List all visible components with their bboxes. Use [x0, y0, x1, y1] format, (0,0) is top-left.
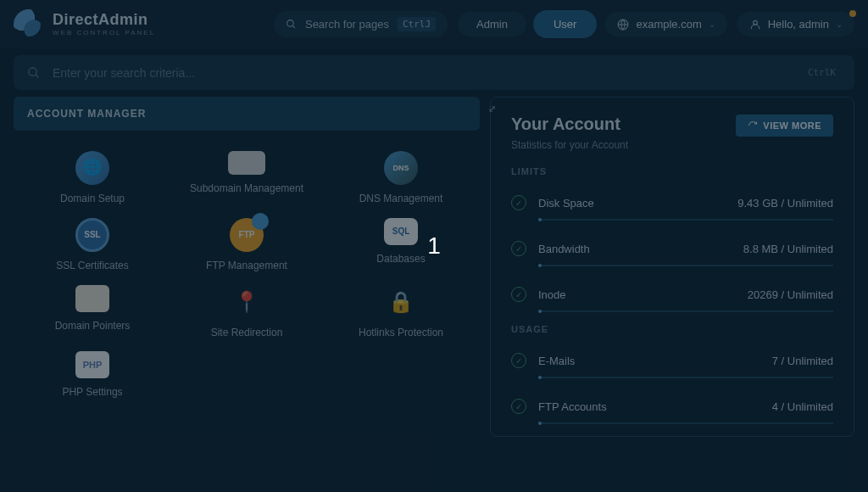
search-kbd: CtrlK — [803, 65, 841, 80]
progress-bar — [538, 310, 833, 312]
stat-name: Disk Space — [538, 197, 726, 210]
card-subtitle: Statistics for your Account — [511, 139, 628, 151]
card-title: Your Account — [511, 115, 628, 134]
item-databases[interactable]: SQL Databases — [329, 218, 473, 273]
stat-value: 20269 / Unlimited — [748, 288, 833, 301]
item-label: PHP Settings — [62, 385, 122, 400]
progress-bar — [538, 265, 833, 266]
search-bar[interactable]: CtrlK — [14, 55, 854, 90]
item-domain-setup[interactable]: 🌐 Domain Setup — [20, 151, 164, 206]
ftp-icon: FTP — [230, 218, 264, 252]
brand-title: DirectAdmin — [53, 12, 155, 27]
stat-value: 7 / Unlimited — [772, 355, 833, 367]
php-icon: PHP — [75, 351, 109, 378]
stat-row: ✓ Bandwidth 8.8 MB / Unlimited — [511, 232, 833, 260]
domain-label: example.com — [636, 18, 701, 31]
item-label: Site Redirection — [211, 326, 283, 340]
stat-name: E-Mails — [538, 355, 760, 367]
logo-icon — [14, 9, 44, 40]
stat-value: 9.43 GB / Unlimited — [737, 197, 833, 210]
search-pages-label: Search for pages — [305, 18, 389, 31]
notification-dot-icon — [849, 10, 856, 17]
item-label: Domain Pointers — [55, 319, 131, 333]
stat-name: FTP Accounts — [538, 400, 760, 413]
expand-icon[interactable]: ⤢ — [488, 103, 497, 115]
search-pages-kbd: CtrlJ — [398, 17, 436, 31]
section-title: ACCOUNT MANAGER — [27, 108, 146, 120]
hello-label: Hello, admin — [768, 18, 829, 31]
check-icon: ✓ — [511, 195, 526, 210]
stat-name: Inode — [538, 288, 736, 301]
item-hotlinks[interactable]: 🔒 Hotlinks Protection — [329, 285, 473, 340]
brand-subtitle: WEB CONTROL PANEL — [53, 30, 155, 36]
user-icon — [749, 19, 761, 31]
item-label: Hotlinks Protection — [359, 326, 443, 340]
search-icon — [27, 66, 41, 80]
item-label: FTP Management — [206, 259, 287, 273]
chevron-down-icon: ⌄ — [709, 20, 715, 29]
svg-point-4 — [753, 20, 757, 25]
search-pages-button[interactable]: Search for pages CtrlJ — [274, 11, 448, 37]
stat-value: 8.8 MB / Unlimited — [743, 243, 833, 255]
svg-line-6 — [36, 75, 38, 77]
item-label: Domain Setup — [60, 192, 125, 206]
database-icon: SQL — [384, 218, 418, 245]
item-ssl[interactable]: SSL SSL Certificates — [20, 218, 164, 273]
account-manager-panel: ACCOUNT MANAGER ⤢ 🌐 Domain Setup Subdoma… — [14, 97, 480, 437]
progress-bar — [538, 377, 833, 378]
svg-point-5 — [29, 68, 36, 75]
section-header[interactable]: ACCOUNT MANAGER ⤢ — [14, 97, 480, 131]
chevron-down-icon: ⌄ — [836, 20, 843, 29]
search-icon — [286, 19, 297, 30]
item-php[interactable]: PHP PHP Settings — [20, 351, 164, 400]
pointer-icon — [75, 285, 109, 312]
stat-row: ✓ E-Mails 7 / Unlimited — [511, 344, 833, 372]
globe-icon — [617, 19, 629, 31]
stat-name: Bandwidth — [538, 243, 732, 255]
lock-icon: 🔒 — [384, 285, 418, 319]
item-subdomain[interactable]: Subdomain Management — [175, 151, 319, 206]
ssl-icon: SSL — [75, 218, 109, 252]
item-dns[interactable]: DNS DNS Management — [329, 151, 473, 206]
role-tabs: Admin User — [458, 12, 595, 36]
item-label: SSL Certificates — [56, 259, 129, 273]
search-input[interactable] — [53, 66, 791, 80]
stat-row: ✓ Inode 20269 / Unlimited — [511, 278, 833, 305]
item-label: Databases — [376, 252, 425, 266]
item-redirection[interactable]: 📍 Site Redirection — [175, 285, 319, 340]
tab-admin[interactable]: Admin — [458, 12, 526, 36]
tab-user[interactable]: User — [535, 12, 595, 36]
item-label: DNS Management — [359, 192, 443, 206]
view-more-button[interactable]: VIEW MORE — [736, 115, 833, 137]
item-ftp[interactable]: FTP FTP Management — [175, 218, 319, 273]
dns-icon: DNS — [384, 151, 418, 185]
header: DirectAdmin WEB CONTROL PANEL Search for… — [0, 0, 868, 48]
check-icon: ✓ — [511, 287, 526, 302]
stat-row: ✓ Disk Space 9.43 GB / Unlimited — [511, 187, 833, 214]
domain-dropdown[interactable]: example.com ⌄ — [605, 12, 726, 36]
stat-value: 4 / Unlimited — [772, 400, 833, 413]
check-icon: ✓ — [511, 399, 526, 414]
item-label: Subdomain Management — [190, 182, 303, 196]
lightbox-counter: 1 — [427, 232, 441, 260]
limits-label: LIMITS — [511, 166, 833, 176]
check-icon: ✓ — [511, 353, 526, 368]
globe-icon: 🌐 — [75, 151, 109, 185]
refresh-icon — [748, 120, 758, 131]
check-icon: ✓ — [511, 241, 526, 256]
account-card: Your Account Statistics for your Account… — [490, 97, 854, 437]
logo[interactable]: DirectAdmin WEB CONTROL PANEL — [14, 9, 155, 40]
signpost-icon: 📍 — [230, 285, 264, 319]
svg-line-1 — [292, 25, 295, 28]
progress-bar — [538, 219, 833, 221]
progress-bar — [538, 422, 833, 424]
usage-label: USAGE — [511, 324, 833, 334]
user-dropdown[interactable]: Hello, admin ⌄ — [737, 12, 854, 36]
subdomain-icon — [228, 151, 265, 175]
button-label: VIEW MORE — [763, 120, 821, 131]
stat-row: ✓ FTP Accounts 4 / Unlimited — [511, 390, 833, 417]
svg-point-0 — [287, 20, 294, 27]
item-pointers[interactable]: Domain Pointers — [20, 285, 164, 340]
